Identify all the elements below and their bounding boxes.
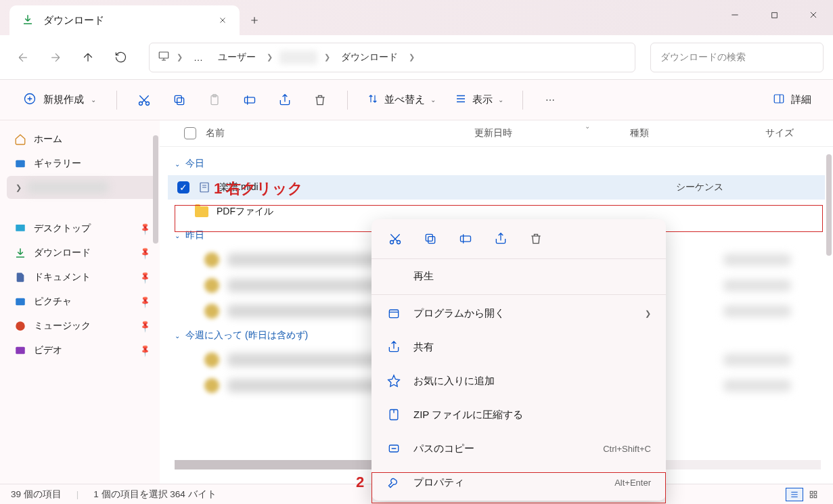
sidebar-item-pictures[interactable]: ピクチャ 📌: [7, 290, 157, 314]
view-label: 表示: [472, 93, 493, 106]
new-tab-button[interactable]: [240, 5, 269, 35]
svg-rect-6: [175, 95, 181, 102]
ctx-label: 再生: [413, 270, 434, 283]
pin-icon[interactable]: 📌: [138, 271, 152, 285]
svg-rect-15: [16, 347, 25, 354]
main-vertical-scrollbar[interactable]: [826, 154, 832, 256]
breadcrumb-downloads[interactable]: ダウンロード: [337, 49, 402, 66]
pin-icon[interactable]: 📌: [138, 319, 152, 334]
sidebar-item-desktop[interactable]: デスクトップ 📌: [7, 216, 157, 241]
chevron-right-icon[interactable]: ❯: [324, 53, 330, 62]
annotation-1: 1 右クリック: [214, 179, 303, 199]
file-icon-blurred: [204, 378, 219, 393]
view-button[interactable]: 表示 ⌄: [448, 89, 510, 111]
sidebar-item-videos[interactable]: ビデオ 📌: [7, 338, 157, 363]
refresh-button[interactable]: [107, 44, 134, 71]
search-input[interactable]: ダウンロードの検索: [650, 43, 824, 72]
pin-icon[interactable]: 📌: [138, 344, 152, 358]
ctx-share-button[interactable]: [492, 230, 510, 248]
sidebar-item-redacted[interactable]: ❯: [7, 176, 157, 199]
column-size[interactable]: サイズ: [765, 127, 819, 139]
ctx-share[interactable]: 共有: [372, 330, 666, 364]
sidebar-item-documents[interactable]: ドキュメント 📌: [7, 265, 157, 290]
chevron-right-icon[interactable]: ❯: [177, 53, 183, 62]
sidebar-item-music[interactable]: ミュージック 📌: [7, 314, 157, 338]
svg-rect-1: [159, 52, 168, 58]
breadcrumb-overflow[interactable]: …: [189, 49, 207, 66]
column-headers: 名前 更新日時 種類 サイズ: [160, 120, 833, 147]
annotation-2: 2: [356, 474, 364, 491]
pin-icon[interactable]: 📌: [138, 295, 152, 309]
new-button[interactable]: 新規作成 ⌄: [15, 88, 104, 112]
paste-button[interactable]: [200, 87, 229, 114]
star-icon: [386, 373, 401, 388]
active-tab[interactable]: ダウンロード: [9, 5, 240, 35]
ctx-copy-button[interactable]: [422, 230, 439, 248]
sidebar-label: ギャラリー: [34, 158, 81, 170]
chevron-right-icon: ❯: [645, 309, 651, 318]
ctx-cut-button[interactable]: [386, 230, 404, 248]
up-button[interactable]: [74, 44, 102, 71]
svg-rect-11: [16, 160, 25, 168]
view-thumbnails-button[interactable]: [805, 488, 822, 501]
sidebar-item-home[interactable]: ホーム: [7, 127, 157, 152]
ctx-zip[interactable]: ZIP ファイルに圧縮する: [372, 398, 666, 432]
ctx-label: プロパティ: [413, 476, 464, 489]
breadcrumb-redacted[interactable]: [279, 51, 317, 64]
forward-button[interactable]: [42, 44, 69, 71]
this-pc-icon[interactable]: [158, 50, 170, 64]
share-button[interactable]: [270, 87, 300, 114]
details-pane-button[interactable]: 詳細: [765, 89, 818, 111]
file-blurred: [723, 254, 791, 266]
view-details-button[interactable]: [786, 488, 803, 501]
close-window-button[interactable]: [794, 0, 833, 30]
maximize-button[interactable]: [755, 0, 794, 30]
ctx-rename-button[interactable]: [457, 230, 474, 248]
back-button[interactable]: [9, 44, 37, 71]
ctx-open-with[interactable]: プログラムから開く ❯: [372, 296, 666, 330]
chevron-right-icon[interactable]: ❯: [409, 53, 415, 62]
close-tab-icon[interactable]: [218, 16, 227, 25]
document-icon: [14, 271, 27, 284]
chevron-right-icon[interactable]: ❯: [267, 53, 273, 62]
plus-circle-icon: [23, 92, 37, 108]
ctx-separator: [372, 294, 666, 295]
sidebar-item-downloads[interactable]: ダウンロード 📌: [7, 241, 157, 265]
tab-title: ダウンロード: [43, 14, 208, 27]
sidebar-item-gallery[interactable]: ギャラリー: [7, 152, 157, 176]
ctx-delete-button[interactable]: [527, 230, 545, 248]
pin-icon[interactable]: 📌: [138, 222, 152, 236]
column-type[interactable]: 種類: [630, 127, 765, 139]
search-placeholder: ダウンロードの検索: [660, 51, 746, 64]
breadcrumb-users[interactable]: ユーザー: [214, 49, 260, 66]
pin-icon[interactable]: 📌: [138, 246, 152, 260]
sort-label: 並べ替え: [384, 93, 425, 106]
ctx-favorite[interactable]: お気に入りに追加: [372, 364, 666, 398]
copy-button[interactable]: [164, 87, 194, 114]
group-label: 昨日: [185, 229, 204, 242]
checkbox-checked[interactable]: ✓: [177, 181, 189, 193]
svg-rect-19: [428, 237, 435, 244]
music-icon: [14, 319, 27, 333]
column-date[interactable]: 更新日時: [474, 127, 630, 139]
breadcrumb-bar[interactable]: ❯ … ユーザー ❯ ❯ ダウンロード ❯: [149, 43, 635, 72]
sort-button[interactable]: 並べ替え ⌄: [360, 89, 443, 111]
toolbar: 新規作成 ⌄ 並べ替え ⌄ 表示 ⌄ ⋯ 詳細: [0, 80, 833, 120]
delete-button[interactable]: [305, 87, 335, 114]
minimize-button[interactable]: [715, 0, 755, 30]
column-sort-indicator[interactable]: ⌄: [585, 122, 590, 130]
more-button[interactable]: ⋯: [535, 87, 565, 114]
column-name[interactable]: 名前: [206, 127, 225, 139]
ctx-properties[interactable]: プロパティ Alt+Enter: [372, 465, 666, 499]
chevron-right-icon[interactable]: ❯: [14, 183, 23, 192]
select-all-checkbox[interactable]: [184, 127, 196, 139]
videos-icon: [14, 344, 27, 357]
sort-icon: [367, 93, 379, 107]
cut-button[interactable]: [129, 87, 159, 114]
sidebar-scrollbar[interactable]: [153, 135, 158, 244]
ctx-play[interactable]: 再生: [372, 259, 666, 293]
rename-button[interactable]: [235, 87, 265, 114]
group-today[interactable]: ⌄ 今日: [168, 152, 825, 175]
file-type: シーケンス: [676, 181, 818, 193]
ctx-copy-path[interactable]: パスのコピー Ctrl+Shift+C: [372, 432, 666, 465]
